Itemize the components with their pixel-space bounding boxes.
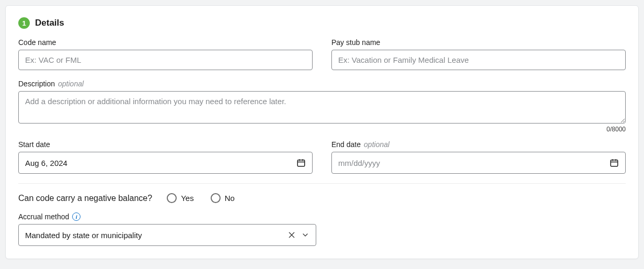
accrual-method-value: Mandated by state or municipality bbox=[25, 231, 142, 240]
end-date-field: End date optional bbox=[331, 140, 626, 174]
negative-balance-question: Can code carry a negative balance? bbox=[18, 194, 152, 203]
svg-rect-0 bbox=[297, 160, 305, 166]
accrual-method-label-text: Accrual method bbox=[18, 212, 69, 221]
end-date-optional-text: optional bbox=[364, 140, 389, 149]
pay-stub-name-field: Pay stub name bbox=[331, 38, 626, 70]
end-date-label-text: End date bbox=[331, 140, 361, 149]
description-label: Description optional bbox=[18, 80, 626, 88]
code-name-input[interactable] bbox=[18, 50, 313, 70]
negative-balance-yes[interactable]: Yes bbox=[167, 193, 193, 203]
chevron-down-icon[interactable] bbox=[301, 231, 309, 239]
svg-rect-4 bbox=[611, 160, 618, 166]
step-badge: 1 bbox=[18, 17, 30, 29]
info-icon[interactable]: i bbox=[72, 212, 80, 221]
clear-icon[interactable] bbox=[288, 231, 296, 239]
section-title: Details bbox=[35, 18, 64, 28]
description-label-text: Description bbox=[18, 80, 55, 88]
end-date-input-wrap[interactable] bbox=[331, 152, 626, 174]
end-date-label: End date optional bbox=[331, 140, 626, 149]
description-textarea[interactable] bbox=[18, 91, 626, 124]
negative-balance-radio-group: Yes No bbox=[167, 193, 235, 203]
calendar-icon bbox=[296, 158, 306, 167]
details-card: 1 Details Code name Pay stub name Descri… bbox=[5, 5, 639, 259]
radio-icon bbox=[167, 193, 177, 203]
start-date-label: Start date bbox=[18, 140, 313, 149]
negative-balance-no[interactable]: No bbox=[211, 193, 235, 203]
end-date-input[interactable] bbox=[338, 159, 610, 167]
start-date-input[interactable] bbox=[25, 159, 296, 167]
start-date-field: Start date bbox=[18, 140, 313, 174]
pay-stub-name-input[interactable] bbox=[331, 50, 626, 70]
select-icons bbox=[288, 231, 309, 239]
accrual-method-select[interactable]: Mandated by state or municipality bbox=[18, 224, 316, 246]
start-date-input-wrap[interactable] bbox=[18, 152, 313, 174]
section-header: 1 Details bbox=[18, 17, 626, 29]
accrual-method-field: Accrual method i Mandated by state or mu… bbox=[18, 212, 316, 246]
description-optional-text: optional bbox=[58, 80, 84, 88]
radio-yes-label: Yes bbox=[181, 194, 193, 203]
description-field: Description optional 0/8000 bbox=[18, 80, 626, 133]
code-name-label: Code name bbox=[18, 38, 313, 47]
negative-balance-row: Can code carry a negative balance? Yes N… bbox=[18, 193, 626, 203]
code-name-field: Code name bbox=[18, 38, 313, 70]
description-char-count: 0/8000 bbox=[18, 126, 626, 133]
calendar-icon bbox=[610, 158, 619, 167]
divider bbox=[18, 183, 626, 184]
radio-icon bbox=[211, 193, 221, 203]
pay-stub-name-label: Pay stub name bbox=[331, 38, 626, 47]
radio-no-label: No bbox=[225, 194, 235, 203]
accrual-method-label: Accrual method i bbox=[18, 212, 316, 221]
